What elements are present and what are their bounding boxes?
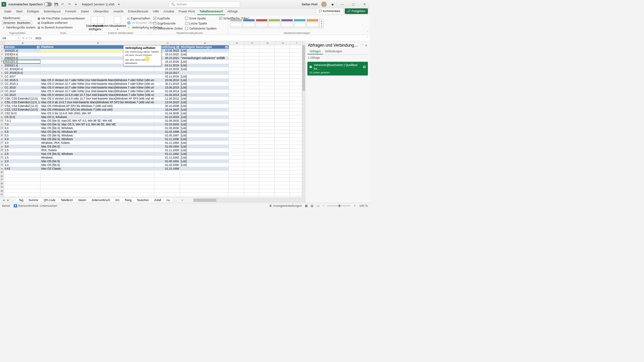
query-card[interactable]: ▦Versionen[Bearbeiten | Quelltext be…▤ 3…	[307, 62, 368, 75]
cell[interactable]: [List]	[180, 104, 229, 108]
cell[interactable]	[259, 60, 274, 63]
cell[interactable]: 2.5	[4, 148, 41, 152]
zoom-in-icon[interactable]: ＋	[353, 203, 356, 208]
cell[interactable]: [List]	[180, 130, 229, 133]
cell[interactable]	[290, 64, 302, 67]
cell[interactable]	[244, 64, 259, 67]
cell[interactable]: [List]	[180, 49, 229, 52]
ribbon-tab-einfügen[interactable]: Einfügen	[25, 8, 42, 15]
cell[interactable]	[275, 137, 290, 141]
cell[interactable]: Mac OS (bis 9), Windows	[41, 134, 155, 137]
cell[interactable]	[275, 123, 290, 126]
display-settings[interactable]: 🖥 Anzeigeeinstellungen	[269, 204, 302, 207]
cell[interactable]	[290, 171, 302, 174]
filter-dropdown-icon[interactable]: ▼	[176, 46, 179, 48]
table-name-input[interactable]	[2, 20, 32, 25]
row-header[interactable]: 17	[0, 104, 4, 108]
cell[interactable]: CS3, CS3 Extended (10.0)	[4, 108, 41, 111]
filter-dropdown-icon[interactable]: ▼	[37, 46, 40, 48]
cell[interactable]	[244, 174, 259, 178]
cell[interactable]	[229, 174, 244, 178]
cell[interactable]: [List]	[180, 75, 229, 78]
row-header[interactable]: 31	[0, 156, 4, 160]
cell[interactable]	[259, 104, 274, 108]
cell[interactable]	[244, 156, 259, 159]
cell-grid[interactable]: Verknüpfung aufheben Die Verbindung dies…	[4, 45, 302, 197]
cell[interactable]	[244, 130, 259, 133]
cell[interactable]	[259, 93, 274, 97]
cell[interactable]	[259, 148, 274, 152]
ribbon-tab-start[interactable]: Start	[14, 8, 25, 15]
cell[interactable]	[290, 97, 302, 100]
cell[interactable]	[275, 60, 290, 63]
ribbon-tab-hilfe[interactable]: Hilfe	[151, 8, 161, 15]
cell[interactable]	[275, 112, 290, 115]
cell[interactable]	[290, 148, 302, 152]
cell[interactable]	[4, 178, 41, 181]
cell[interactable]: [List]	[180, 93, 229, 97]
cell[interactable]	[229, 71, 244, 74]
table-style-swatch[interactable]	[256, 19, 268, 28]
ribbon-tab-abfrage[interactable]: Abfrage	[225, 8, 240, 15]
cell[interactable]: CC 2013	[4, 93, 41, 97]
cell[interactable]	[154, 171, 180, 174]
cell[interactable]: IRIX, Solaris	[41, 148, 155, 152]
cell[interactable]: 01.05.1997	[154, 134, 180, 137]
cell[interactable]	[244, 171, 259, 174]
table-header-cell[interactable]: Version▼	[4, 45, 41, 49]
redo-icon[interactable]: ↷	[67, 2, 72, 7]
cell[interactable]	[229, 89, 244, 93]
cell[interactable]	[259, 137, 274, 141]
cell[interactable]	[259, 97, 274, 100]
cell[interactable]	[244, 141, 259, 144]
cell[interactable]: 01.06.1991	[154, 160, 180, 163]
cell[interactable]	[229, 193, 244, 196]
cell[interactable]: [List]	[180, 101, 229, 104]
cell[interactable]	[259, 49, 274, 52]
cell[interactable]: Mac OS XWindows XP SP2 bis Windows 7 (x8…	[41, 104, 155, 108]
cell[interactable]	[275, 67, 290, 71]
cell[interactable]: 01.11.1992	[154, 156, 180, 159]
cell[interactable]	[259, 115, 274, 119]
cell[interactable]	[244, 56, 259, 60]
cell[interactable]	[259, 171, 274, 174]
cell[interactable]	[275, 134, 290, 137]
col-header-I[interactable]: I	[290, 41, 303, 45]
cell[interactable]: 01.06.2013	[154, 93, 180, 97]
ribbon-tab-tabellenentwurf[interactable]: Tabellenentwurf	[197, 8, 225, 15]
row-header[interactable]: 12	[0, 86, 4, 89]
cell[interactable]	[290, 119, 302, 122]
cell[interactable]	[229, 60, 244, 63]
cell[interactable]	[275, 171, 290, 174]
cell[interactable]	[154, 185, 180, 189]
cell[interactable]: CC 2018(19.x)	[4, 71, 41, 74]
file-name[interactable]: Mappe3 (version 1).xlsb	[82, 2, 114, 6]
cell[interactable]	[244, 134, 259, 137]
horizontal-scrollbar[interactable]	[193, 198, 305, 202]
table-style-swatch[interactable]	[281, 19, 293, 28]
cell[interactable]: [List]	[180, 108, 229, 111]
cell[interactable]	[259, 189, 274, 192]
column-headers[interactable]: ABCDEFGHI	[0, 41, 305, 45]
cell[interactable]	[180, 182, 229, 185]
collapse-ribbon-icon[interactable]: ˅	[365, 15, 370, 35]
cell[interactable]: 01.02.1999	[154, 130, 180, 133]
cell[interactable]	[244, 71, 259, 74]
cell[interactable]	[275, 174, 290, 178]
cell[interactable]	[290, 137, 302, 141]
cell[interactable]: Mac OS X Version 10.7 oder höher (nur In…	[41, 82, 155, 85]
cell[interactable]	[229, 93, 244, 97]
cell[interactable]	[290, 75, 302, 78]
cell[interactable]	[229, 156, 244, 159]
cell[interactable]	[244, 160, 259, 163]
cell[interactable]: Mac OS (bis 9), macOS, Win NT 4.0, Win 9…	[41, 119, 155, 122]
cell[interactable]	[290, 108, 302, 111]
cell[interactable]	[259, 112, 274, 115]
cell[interactable]	[244, 75, 259, 78]
cell[interactable]	[229, 182, 244, 185]
undo-icon[interactable]: ↶	[60, 2, 65, 7]
cell[interactable]	[259, 185, 274, 189]
cancel-icon[interactable]: ✕	[22, 36, 24, 40]
table-header-cell[interactable]	[290, 45, 302, 49]
cell[interactable]	[244, 193, 259, 196]
